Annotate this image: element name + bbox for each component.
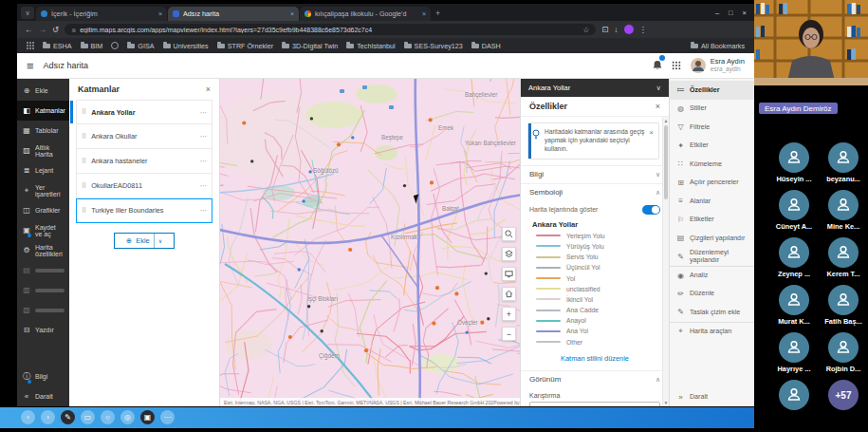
address-bar[interactable]: ≋ egitim.maps.arcgis.com/apps/mapviewer/…: [65, 24, 596, 35]
close-icon[interactable]: ×: [206, 85, 211, 94]
bookmark-3D-Digital Twin[interactable]: 3D-Digital Twin: [282, 42, 338, 50]
drag-handle-icon[interactable]: ⠿: [82, 158, 86, 165]
participant-avatar[interactable]: [828, 285, 859, 315]
scrollbar-thumb[interactable]: [664, 125, 668, 199]
download-icon[interactable]: ↓: [614, 25, 618, 34]
participant-avatar[interactable]: [779, 332, 809, 363]
close-icon[interactable]: ×: [656, 102, 660, 111]
edit-layer-style-link[interactable]: Katman stilini düzenle: [521, 347, 669, 370]
powered-by-esri[interactable]: Powered by Esri: [493, 400, 520, 405]
back-icon[interactable]: ←: [25, 25, 33, 34]
tool-item--zellikler[interactable]: ≔Özellikler: [670, 81, 754, 100]
browser-profile-avatar[interactable]: [624, 25, 634, 34]
next-arrow-icon[interactable]: ›: [41, 410, 55, 424]
sidebar-item-yazd-r[interactable]: ⊟Yazdır: [17, 320, 69, 340]
new-tab-button[interactable]: +: [435, 9, 440, 18]
participant-avatar[interactable]: [828, 332, 859, 363]
section-gorunum[interactable]: Görünüm∧: [521, 370, 669, 388]
tab-close-icon[interactable]: ×: [290, 10, 294, 17]
spotlight-icon[interactable]: ◎: [120, 410, 135, 424]
sidebar-item-katmanlar[interactable]: ◧Katmanlar: [17, 101, 69, 121]
sidebar-item-tablolar[interactable]: ▦Tablolar: [17, 121, 69, 141]
reload-icon[interactable]: ↺: [52, 25, 59, 34]
section-semboloji[interactable]: Semboloji∧: [521, 183, 669, 201]
participant-avatar[interactable]: [828, 190, 859, 220]
tool-item-filtrele[interactable]: ▽Filtrele: [670, 118, 754, 137]
extensions-icon[interactable]: ⊡: [601, 25, 608, 34]
sidebar-item-yer-i-aretleri[interactable]: ⌖Yer işaretleri: [17, 180, 69, 200]
window-minimize-button[interactable]: –: [715, 9, 719, 17]
participant-avatar[interactable]: [779, 237, 809, 268]
more-tools-icon[interactable]: ⋯: [160, 410, 175, 424]
collapse-button[interactable]: »Daralt: [670, 388, 754, 407]
tab-close-icon[interactable]: ×: [422, 10, 426, 17]
forward-icon[interactable]: →: [39, 25, 47, 34]
layer-options-icon[interactable]: ⋯: [200, 108, 207, 117]
map-home-button[interactable]: [502, 287, 516, 301]
browser-tab-2[interactable]: kılıçalipaşa ilkokulu - Google'd×: [300, 7, 431, 21]
bookmark-star-icon[interactable]: ☆: [582, 26, 589, 34]
layer-row-4[interactable]: ⠿Turkiye Iller Boundaries⋯: [76, 198, 212, 223]
close-icon[interactable]: ×: [649, 128, 654, 154]
blend-mode-select[interactable]: Normal▾: [529, 402, 660, 406]
browser-tab-1[interactable]: Adsız harita×: [168, 7, 299, 21]
camera-icon[interactable]: ▣: [140, 410, 155, 424]
tool-item-analiz[interactable]: ◉Analiz: [670, 266, 754, 285]
tool-item-d-zenlemeyi-yap-land-r[interactable]: ✎Düzenlemeyi yapılandır: [670, 248, 754, 267]
hamburger-menu-icon[interactable]: ≡: [27, 59, 34, 73]
drag-handle-icon[interactable]: ⠿: [82, 133, 86, 141]
chevron-down-icon[interactable]: ∨: [158, 237, 162, 244]
tab-close-icon[interactable]: ×: [158, 10, 162, 17]
user-account-button[interactable]: Esra Aydınesra_aydin: [691, 58, 745, 74]
tool-item-etkiler[interactable]: ✦Etkiler: [670, 137, 754, 156]
app-launcher-grid-icon[interactable]: [672, 57, 681, 74]
overflow-count-badge[interactable]: +57: [828, 380, 859, 410]
window-close-button[interactable]: ×: [743, 9, 747, 17]
sidebar-item-grafikler[interactable]: ◫Grafikler: [17, 200, 69, 220]
layer-selector-dropdown[interactable]: Ankara Yollar ∨: [521, 79, 669, 97]
sidebar-item-harita-zellikleri[interactable]: ⚙Harita özellikleri: [17, 240, 69, 260]
url-text[interactable]: egitim.maps.arcgis.com/apps/mapviewer/in…: [80, 27, 579, 33]
layer-row-1[interactable]: ⠿Ankara Okullar⋯: [76, 124, 212, 149]
tool-item--izgileri-yap-land-r[interactable]: ▤Çizgileri yapılandır: [670, 229, 754, 248]
sidebar-item-lejant[interactable]: ≣Lejant: [17, 160, 69, 180]
tab-search-icon[interactable]: ∨: [21, 7, 34, 19]
bookmark-BIM[interactable]: BIM: [81, 42, 103, 50]
browser-menu-icon[interactable]: ⋮: [639, 25, 648, 34]
sidebar-item-kaydet-ve-a-[interactable]: ▣Kaydet ve aç: [17, 220, 69, 240]
sidebar-item-bilgi[interactable]: ⓘBilgi: [17, 366, 69, 386]
layer-options-icon[interactable]: ⋯: [200, 206, 207, 215]
add-layer-button[interactable]: ⊕ Ekle ∨: [114, 233, 175, 249]
participant-avatar[interactable]: [779, 190, 809, 220]
layer-row-3[interactable]: ⠿OkullarEAD0811⋯: [76, 174, 212, 198]
sidebar-item-ekle[interactable]: ⊕Ekle: [17, 81, 69, 101]
eraser-icon[interactable]: ▭: [81, 410, 95, 424]
map-canvas[interactable]: SöğütözüBeştepeEmekBahçelievlerYukarı Ba…: [220, 79, 520, 406]
tool-item-d-zenle[interactable]: ✏Düzenle: [670, 285, 754, 304]
participant-avatar[interactable]: [828, 237, 859, 268]
pen-annotate-icon[interactable]: ✎: [61, 410, 75, 424]
tool-item-k-meleme[interactable]: ∷Kümeleme: [670, 155, 754, 174]
tool-item-stiller[interactable]: ◍Stiller: [670, 100, 754, 119]
bookmark-Universities[interactable]: Universities: [163, 42, 209, 50]
zoom-out-button[interactable]: −: [502, 327, 516, 341]
tool-item-etiketler[interactable]: ⚐Etiketler: [670, 211, 754, 230]
layer-options-icon[interactable]: ⋯: [200, 132, 207, 141]
tool-item-a-l-r-pencereler[interactable]: ⊞Açılır pencereler: [670, 174, 754, 193]
notifications-bell-icon[interactable]: [653, 57, 662, 74]
zoom-in-button[interactable]: +: [502, 307, 516, 321]
bookmark-SES-Survey123[interactable]: SES-Survey123: [404, 42, 463, 50]
sidebar-item-altl-k-harita[interactable]: ▨Altlık Harita: [17, 141, 69, 160]
layer-row-0[interactable]: ⠿Ankara Yollar⋯: [76, 100, 212, 124]
tool-item-alanlar[interactable]: ≡Alanlar: [670, 192, 754, 211]
map-search-button[interactable]: [502, 227, 516, 241]
participant-avatar[interactable]: [828, 142, 859, 173]
properties-scrollbar[interactable]: ▲ ▼: [662, 117, 669, 406]
window-maximize-button[interactable]: □: [729, 9, 733, 17]
bookmark-TechIstanbul[interactable]: TechIstanbul: [346, 42, 395, 50]
participant-avatar[interactable]: [779, 142, 809, 173]
apps-grid-icon[interactable]: [27, 42, 34, 49]
drag-handle-icon[interactable]: ⠿: [82, 182, 86, 190]
magnifier-icon[interactable]: ○: [101, 410, 115, 424]
legend-toggle-switch[interactable]: [642, 205, 660, 215]
